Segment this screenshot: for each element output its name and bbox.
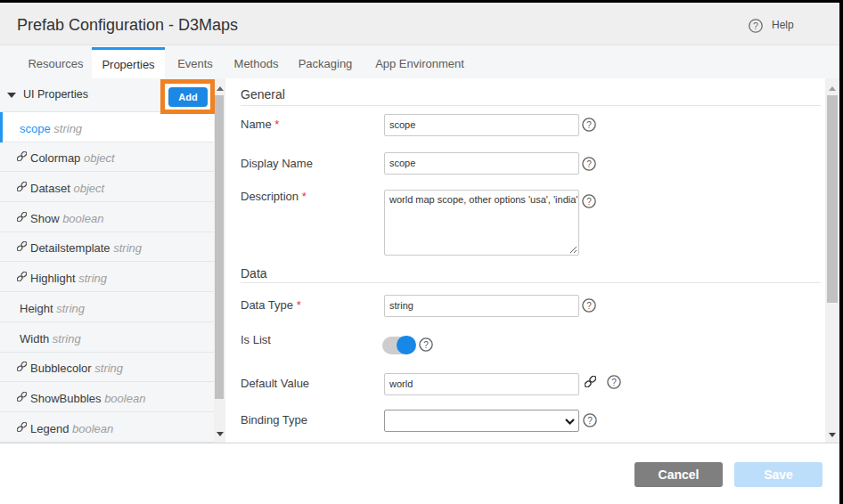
svg-text:?: ? — [423, 339, 429, 349]
svg-text:?: ? — [586, 197, 592, 207]
svg-text:?: ? — [587, 416, 593, 426]
svg-text:?: ? — [586, 159, 592, 168]
svg-text:?: ? — [586, 120, 592, 130]
svg-text:?: ? — [753, 20, 758, 31]
svg-text:?: ? — [611, 377, 617, 386]
svg-text:?: ? — [586, 301, 592, 311]
